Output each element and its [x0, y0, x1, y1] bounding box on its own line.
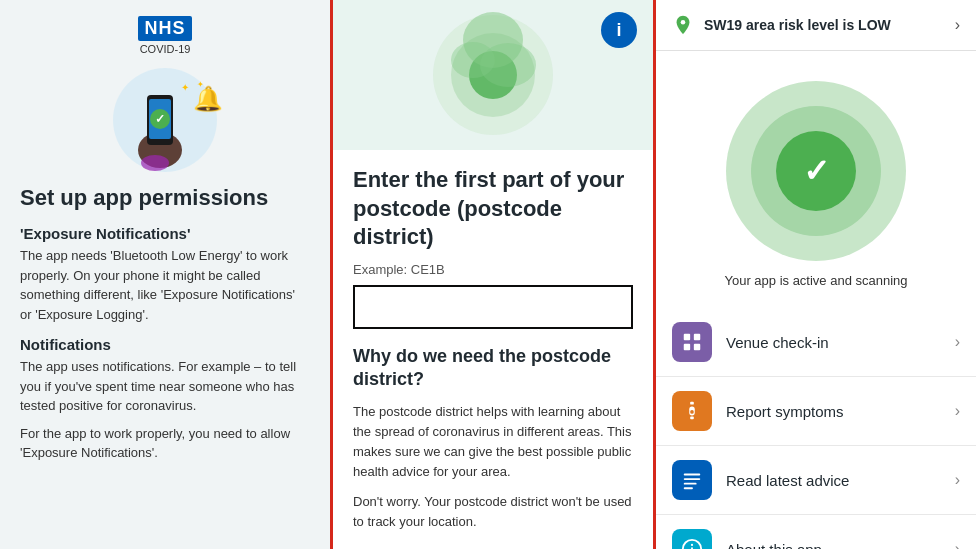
- svg-rect-29: [684, 487, 693, 489]
- venue-checkin-icon: [672, 322, 712, 362]
- report-symptoms-label: Report symptoms: [726, 403, 955, 420]
- radar-graphic: [428, 10, 558, 140]
- svg-point-17: [681, 20, 686, 25]
- exposure-notifications-body: The app needs 'Bluetooth Low Energy' to …: [20, 246, 310, 324]
- menu-item-report-symptoms[interactable]: Report symptoms ›: [656, 377, 976, 446]
- right-panel: SW19 area risk level is LOW › ✓ Your app…: [656, 0, 976, 549]
- menu-items: Venue check-in › Report symptoms ›: [656, 308, 976, 549]
- why-heading: Why do we need the postcode district?: [353, 345, 633, 392]
- active-check-icon: ✓: [803, 152, 830, 190]
- phone-illustration: ✓ 🔔 ✦ ✦: [105, 65, 225, 175]
- scan-status-label: Your app is active and scanning: [724, 273, 907, 288]
- venue-checkin-chevron-icon: ›: [955, 333, 960, 351]
- svg-text:✓: ✓: [155, 112, 165, 126]
- nhs-covid-sub: COVID-19: [20, 43, 310, 55]
- svg-text:✦: ✦: [197, 80, 204, 89]
- svg-rect-20: [684, 344, 690, 350]
- svg-rect-22: [690, 402, 694, 405]
- report-symptoms-icon: [672, 391, 712, 431]
- svg-rect-27: [684, 478, 701, 480]
- postcode-input[interactable]: [353, 285, 633, 329]
- notifications-title: Notifications: [20, 336, 310, 353]
- middle-panel: i Enter the first part of your postcode …: [330, 0, 656, 549]
- nhs-logo-text: NHS: [138, 16, 191, 41]
- read-latest-advice-chevron-icon: ›: [955, 471, 960, 489]
- postcode-heading: Enter the first part of your postcode (p…: [353, 166, 633, 252]
- svg-rect-28: [684, 483, 697, 485]
- report-symptoms-chevron-icon: ›: [955, 402, 960, 420]
- svg-rect-21: [694, 344, 700, 350]
- svg-point-25: [690, 410, 694, 414]
- notifications-body2: For the app to work properly, you need t…: [20, 424, 310, 463]
- middle-graphic: i: [333, 0, 653, 150]
- svg-point-15: [451, 42, 495, 78]
- menu-item-read-latest-advice[interactable]: Read latest advice ›: [656, 446, 976, 515]
- postcode-example: Example: CE1B: [353, 262, 633, 277]
- venue-checkin-label: Venue check-in: [726, 334, 955, 351]
- about-this-app-label: About this app: [726, 541, 955, 550]
- scan-circle-outer: ✓: [726, 81, 906, 261]
- exposure-notifications-title: 'Exposure Notifications': [20, 225, 310, 242]
- menu-item-venue-checkin[interactable]: Venue check-in ›: [656, 308, 976, 377]
- left-panel: NHS COVID-19 ✓ 🔔 ✦ ✦ Set up app permissi…: [0, 0, 330, 549]
- area-risk-chevron-icon: ›: [955, 16, 960, 34]
- middle-content: Enter the first part of your postcode (p…: [333, 150, 653, 549]
- map-pin-icon: [672, 14, 694, 36]
- svg-point-32: [691, 544, 693, 546]
- nhs-logo: NHS COVID-19: [20, 16, 310, 55]
- svg-rect-19: [694, 334, 700, 340]
- svg-rect-24: [690, 417, 694, 420]
- read-latest-advice-label: Read latest advice: [726, 472, 955, 489]
- area-risk-label: SW19 area risk level is LOW: [704, 17, 955, 33]
- scan-circle-inner: ✓: [776, 131, 856, 211]
- page-title: Set up app permissions: [20, 185, 310, 211]
- svg-text:✦: ✦: [181, 82, 189, 93]
- scan-circle-mid: ✓: [751, 106, 881, 236]
- why-body2: Don't worry. Your postcode district won'…: [353, 492, 633, 532]
- notifications-body1: The app uses notifications. For example …: [20, 357, 310, 416]
- read-latest-advice-icon: [672, 460, 712, 500]
- svg-rect-26: [684, 474, 701, 476]
- about-this-app-icon: [672, 529, 712, 549]
- about-this-app-chevron-icon: ›: [955, 540, 960, 549]
- why-body1: The postcode district helps with learnin…: [353, 402, 633, 483]
- scan-area: ✓ Your app is active and scanning: [656, 51, 976, 308]
- menu-item-about-this-app[interactable]: About this app ›: [656, 515, 976, 549]
- info-button[interactable]: i: [601, 12, 637, 48]
- svg-rect-18: [684, 334, 690, 340]
- area-risk-bar[interactable]: SW19 area risk level is LOW ›: [656, 0, 976, 51]
- svg-point-9: [141, 155, 169, 171]
